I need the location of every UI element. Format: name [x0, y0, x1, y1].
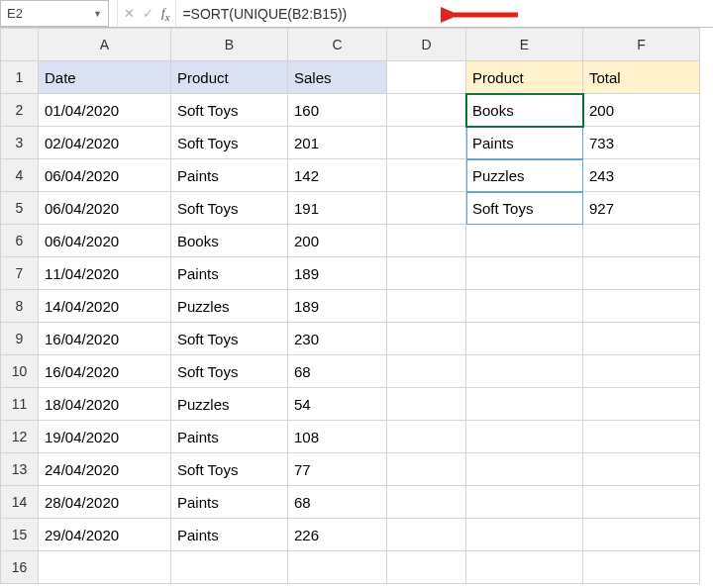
cell-D9[interactable]: [387, 323, 466, 355]
cell-A2[interactable]: 01/04/2020: [39, 94, 171, 127]
cell-D13[interactable]: [387, 453, 466, 486]
row-header-13[interactable]: 13: [1, 453, 39, 486]
select-all-corner[interactable]: [1, 29, 39, 61]
cell-B5[interactable]: Soft Toys: [171, 192, 288, 225]
cell-E4[interactable]: Puzzles: [466, 159, 583, 192]
spreadsheet-grid[interactable]: A B C D E F 1DateProductSalesProductTota…: [0, 28, 700, 584]
cell-A3[interactable]: 02/04/2020: [39, 127, 171, 159]
cell-E10[interactable]: [466, 355, 583, 388]
row-header-2[interactable]: 2: [1, 94, 39, 127]
cell-D1[interactable]: [387, 61, 466, 94]
cell-B8[interactable]: Puzzles: [171, 290, 288, 323]
cell-C13[interactable]: 77: [288, 453, 387, 486]
cell-B12[interactable]: Paints: [171, 421, 288, 453]
cell-F14[interactable]: [583, 486, 700, 519]
cell-E11[interactable]: [466, 388, 583, 421]
cell-F2[interactable]: 200: [583, 94, 700, 127]
name-box-dropdown-icon[interactable]: ▼: [93, 9, 102, 19]
cell-E7[interactable]: [466, 257, 583, 290]
row-header-15[interactable]: 15: [1, 519, 39, 551]
row-header-9[interactable]: 9: [1, 323, 39, 355]
cell-A14[interactable]: 28/04/2020: [39, 486, 171, 519]
row-header-5[interactable]: 5: [1, 192, 39, 225]
cell-A10[interactable]: 16/04/2020: [39, 355, 171, 388]
cell-F11[interactable]: [583, 388, 700, 421]
cell-C6[interactable]: 200: [288, 225, 387, 257]
row-header-14[interactable]: 14: [1, 486, 39, 519]
cell-D6[interactable]: [387, 225, 466, 257]
cell-C7[interactable]: 189: [288, 257, 387, 290]
cell-D5[interactable]: [387, 192, 466, 225]
cell-F13[interactable]: [583, 453, 700, 486]
cell-C15[interactable]: 226: [288, 519, 387, 551]
cell-B16[interactable]: [171, 551, 288, 584]
cell-E3[interactable]: Paints: [466, 127, 583, 159]
cell-B4[interactable]: Paints: [171, 159, 288, 192]
row-header-11[interactable]: 11: [1, 388, 39, 421]
cell-D10[interactable]: [387, 355, 466, 388]
cell-F4[interactable]: 243: [583, 159, 700, 192]
cell-D14[interactable]: [387, 486, 466, 519]
col-header-F[interactable]: F: [583, 29, 700, 61]
enter-icon[interactable]: ✓: [143, 6, 153, 21]
cell-B14[interactable]: Paints: [171, 486, 288, 519]
cell-B10[interactable]: Soft Toys: [171, 355, 288, 388]
cell-C9[interactable]: 230: [288, 323, 387, 355]
cancel-icon[interactable]: ✕: [124, 6, 135, 21]
cell-C8[interactable]: 189: [288, 290, 387, 323]
cell-A11[interactable]: 18/04/2020: [39, 388, 171, 421]
row-header-16[interactable]: 16: [1, 551, 39, 584]
cell-D3[interactable]: [387, 127, 466, 159]
cell-D2[interactable]: [387, 94, 466, 127]
cell-A5[interactable]: 06/04/2020: [39, 192, 171, 225]
cell-D4[interactable]: [387, 159, 466, 192]
cell-B11[interactable]: Puzzles: [171, 388, 288, 421]
cell-C2[interactable]: 160: [288, 94, 387, 127]
cell-F9[interactable]: [583, 323, 700, 355]
cell-C5[interactable]: 191: [288, 192, 387, 225]
cell-C11[interactable]: 54: [288, 388, 387, 421]
cell-C16[interactable]: [288, 551, 387, 584]
cell-E2[interactable]: Books: [466, 94, 583, 127]
cell-D15[interactable]: [387, 519, 466, 551]
col-header-C[interactable]: C: [288, 29, 387, 61]
cell-E14[interactable]: [466, 486, 583, 519]
cell-E12[interactable]: [466, 421, 583, 453]
cell-E8[interactable]: [466, 290, 583, 323]
cell-D8[interactable]: [387, 290, 466, 323]
cell-A7[interactable]: 11/04/2020: [39, 257, 171, 290]
cell-C1[interactable]: Sales: [288, 61, 387, 94]
cell-B6[interactable]: Books: [171, 225, 288, 257]
cell-D12[interactable]: [387, 421, 466, 453]
row-header-3[interactable]: 3: [1, 127, 39, 159]
cell-F16[interactable]: [583, 551, 700, 584]
cell-D7[interactable]: [387, 257, 466, 290]
cell-C10[interactable]: 68: [288, 355, 387, 388]
cell-B15[interactable]: Paints: [171, 519, 288, 551]
cell-A1[interactable]: Date: [39, 61, 171, 94]
cell-B7[interactable]: Paints: [171, 257, 288, 290]
cell-A8[interactable]: 14/04/2020: [39, 290, 171, 323]
cell-E15[interactable]: [466, 519, 583, 551]
cell-A15[interactable]: 29/04/2020: [39, 519, 171, 551]
cell-F10[interactable]: [583, 355, 700, 388]
cell-A16[interactable]: [39, 551, 171, 584]
cell-B9[interactable]: Soft Toys: [171, 323, 288, 355]
cell-E1[interactable]: Product: [466, 61, 583, 94]
cell-A13[interactable]: 24/04/2020: [39, 453, 171, 486]
row-header-8[interactable]: 8: [1, 290, 39, 323]
col-header-A[interactable]: A: [39, 29, 171, 61]
cell-F7[interactable]: [583, 257, 700, 290]
cell-F6[interactable]: [583, 225, 700, 257]
cell-F12[interactable]: [583, 421, 700, 453]
cell-E13[interactable]: [466, 453, 583, 486]
row-header-10[interactable]: 10: [1, 355, 39, 388]
cell-A9[interactable]: 16/04/2020: [39, 323, 171, 355]
name-box[interactable]: E2 ▼: [0, 0, 109, 27]
cell-F1[interactable]: Total: [583, 61, 700, 94]
cell-A6[interactable]: 06/04/2020: [39, 225, 171, 257]
cell-D11[interactable]: [387, 388, 466, 421]
cell-B2[interactable]: Soft Toys: [171, 94, 288, 127]
cell-C12[interactable]: 108: [288, 421, 387, 453]
cell-C4[interactable]: 142: [288, 159, 387, 192]
